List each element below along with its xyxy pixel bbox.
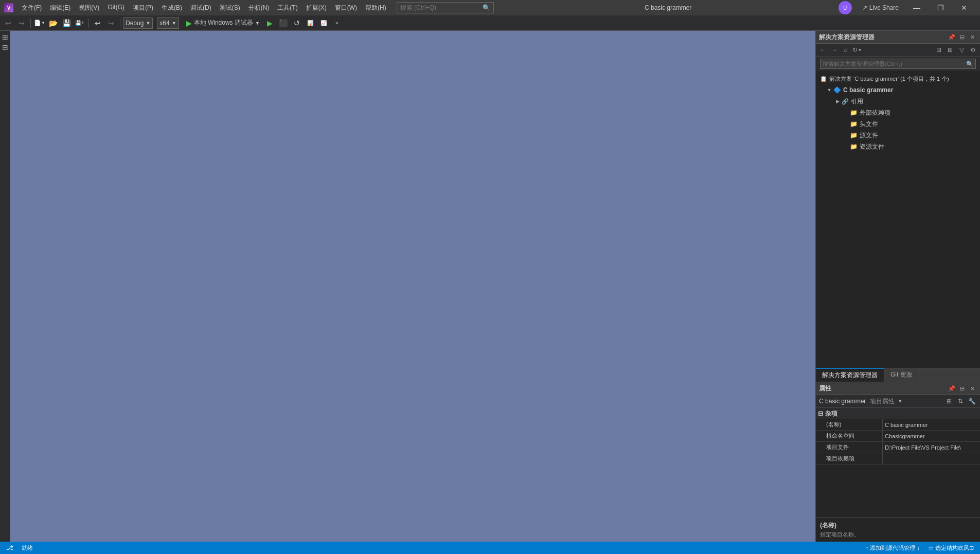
se-title: 解决方案资源管理器 bbox=[819, 33, 875, 42]
git-action-label: ↑ 添加到源代码管理 ↓ bbox=[866, 544, 920, 552]
close-button[interactable]: ✕ bbox=[952, 0, 976, 15]
prop-close-button[interactable]: ✕ bbox=[968, 384, 977, 393]
prop-val-project-file[interactable]: D:\Project File\VS Project File\ bbox=[883, 442, 980, 453]
se-search-input[interactable] bbox=[823, 61, 966, 67]
tb-restart-button[interactable]: ↺ bbox=[291, 17, 303, 29]
tb-diag-button[interactable]: 📈 bbox=[317, 17, 330, 29]
status-git-icon[interactable]: ⎇ bbox=[4, 542, 15, 554]
menu-git[interactable]: Git(G) bbox=[103, 2, 129, 14]
menu-view[interactable]: 视图(V) bbox=[75, 2, 103, 14]
tb-redo-button[interactable]: ↪ bbox=[15, 17, 28, 29]
tb-save-all-button[interactable]: 💾+ bbox=[74, 17, 86, 29]
se-forward-button[interactable]: → bbox=[829, 45, 840, 55]
menu-analyze[interactable]: 分析(N) bbox=[244, 2, 274, 14]
tree-project[interactable]: ▼ 🔷 C basic grammer bbox=[816, 84, 980, 96]
tree-headers[interactable]: ▶ 📁 头文件 bbox=[816, 118, 980, 130]
tree-resources[interactable]: ▶ 📁 资源文件 bbox=[816, 141, 980, 152]
se-filter-button[interactable]: ▽ bbox=[956, 45, 967, 55]
tb-redo2-button[interactable]: ↪ bbox=[105, 17, 117, 29]
tb-sep-3 bbox=[120, 19, 120, 28]
debug-config-dropdown[interactable]: Debug ▼ bbox=[123, 17, 153, 29]
run-arrow: ▼ bbox=[255, 21, 260, 26]
tree-source[interactable]: ▶ 📁 源文件 bbox=[816, 130, 980, 141]
tb-new-button[interactable]: 📄▼ bbox=[33, 17, 46, 29]
se-show-all-button[interactable]: ⊞ bbox=[945, 45, 955, 55]
prop-toolbar: C basic grammer 项目属性 ▼ ⊞ ⇅ 🔧 bbox=[816, 395, 980, 408]
tree-references[interactable]: ▶ 🔗 引用 bbox=[816, 96, 980, 107]
prop-settings-button[interactable]: 🔧 bbox=[967, 396, 977, 406]
tb-undo2-button[interactable]: ↩ bbox=[92, 17, 104, 29]
tb-attach-button[interactable]: ▶ bbox=[264, 17, 276, 29]
menu-test[interactable]: 测试(S) bbox=[216, 2, 244, 14]
prop-dropdown-arrow[interactable]: ▼ bbox=[898, 399, 902, 404]
menu-help[interactable]: 帮助(H) bbox=[361, 2, 390, 14]
maximize-button[interactable]: ❐ bbox=[929, 0, 952, 15]
se-toolbar: ← → ⌂ ↻▼ ⊟ ⊞ ▽ ⚙ bbox=[816, 44, 980, 57]
prop-sort-button[interactable]: ⇅ bbox=[955, 396, 966, 406]
se-collapse-button[interactable]: ⊟ bbox=[934, 45, 944, 55]
title-search-box[interactable]: 🔍 bbox=[397, 2, 494, 13]
prop-grid-button[interactable]: ⊞ bbox=[944, 396, 954, 406]
status-git-action[interactable]: ↑ 添加到源代码管理 ↓ bbox=[864, 542, 922, 554]
headers-label: 头文件 bbox=[860, 120, 878, 129]
se-tab-git[interactable]: Git 更改 bbox=[884, 368, 919, 382]
prop-val-deps[interactable] bbox=[883, 453, 980, 464]
user-avatar[interactable]: U bbox=[839, 1, 852, 14]
prop-pin-button[interactable]: 📌 bbox=[947, 384, 956, 393]
notification-label: ☆ 选定结构吹风⊡ bbox=[928, 544, 974, 552]
tree-solution-root[interactable]: 📋 解决方案 'C basic grammer' (1 个项目，共 1 个) bbox=[816, 73, 980, 84]
se-expand-button[interactable]: ⊟ bbox=[957, 32, 967, 42]
activity-search[interactable]: ⊟ bbox=[1, 43, 9, 51]
prop-val-namespace[interactable]: Cbasicgrammer bbox=[883, 431, 980, 441]
prop-val-name[interactable]: C basic grammer bbox=[883, 419, 980, 430]
run-button[interactable]: ▶ 本地 Windows 调试器 ▼ bbox=[183, 17, 263, 28]
title-bar: V 文件(F) 编辑(E) 视图(V) Git(G) 项目(P) 生成(B) 调… bbox=[0, 0, 980, 15]
tb-stop-button[interactable]: ⬛ bbox=[277, 17, 290, 29]
status-left: ⎇ 就绪 bbox=[4, 542, 35, 554]
menu-debug[interactable]: 调试(D) bbox=[186, 2, 216, 14]
menu-tools[interactable]: 工具(T) bbox=[273, 2, 301, 14]
project-icon: 🔷 bbox=[833, 86, 841, 94]
status-bar: ⎇ 就绪 ↑ 添加到源代码管理 ↓ ☆ 选定结构吹风⊡ bbox=[0, 542, 980, 554]
menu-window[interactable]: 窗口(W) bbox=[331, 2, 361, 14]
minimize-button[interactable]: — bbox=[905, 0, 929, 15]
tb-open-button[interactable]: 📂 bbox=[47, 17, 59, 29]
prop-expand-button[interactable]: ⊟ bbox=[957, 384, 967, 393]
menu-build[interactable]: 生成(B) bbox=[157, 2, 186, 14]
se-refresh-button[interactable]: ↻▼ bbox=[852, 45, 862, 55]
se-home-button[interactable]: ⌂ bbox=[841, 45, 851, 55]
platform-dropdown[interactable]: x64 ▼ bbox=[157, 17, 179, 29]
se-close-button[interactable]: ✕ bbox=[968, 32, 977, 42]
tb-save-button[interactable]: 💾 bbox=[60, 17, 73, 29]
se-title-bar: 解决方案资源管理器 📌 ⊟ ✕ bbox=[816, 31, 980, 44]
headers-icon: 📁 bbox=[850, 120, 858, 128]
prop-grid: ⊟ 杂项 (名称) C basic grammer 根命名空间 Cbasicgr… bbox=[816, 408, 980, 517]
references-arrow: ▶ bbox=[834, 99, 841, 104]
se-tabs: 解决方案资源管理器 Git 更改 bbox=[816, 368, 980, 382]
prop-title: 属性 bbox=[819, 384, 831, 393]
activity-bar: ⊞ ⊟ bbox=[0, 31, 10, 542]
activity-file-explorer[interactable]: ⊞ bbox=[1, 33, 9, 41]
prop-section-misc[interactable]: ⊟ 杂项 bbox=[816, 408, 980, 419]
editor-area bbox=[10, 31, 815, 542]
se-pin-button[interactable]: 📌 bbox=[947, 32, 956, 42]
tb-more-button[interactable]: » bbox=[331, 17, 343, 29]
tree-ext-deps[interactable]: ▶ 📁 外部依赖项 bbox=[816, 107, 980, 118]
solution-label: 解决方案 'C basic grammer' (1 个项目，共 1 个) bbox=[829, 75, 949, 83]
title-search-input[interactable] bbox=[400, 4, 483, 11]
tb-perf-button[interactable]: 📊 bbox=[304, 17, 316, 29]
menu-edit[interactable]: 编辑(E) bbox=[46, 2, 75, 14]
se-tab-explorer[interactable]: 解决方案资源管理器 bbox=[816, 368, 884, 382]
se-search-box[interactable]: 🔍 bbox=[820, 59, 976, 69]
menu-file[interactable]: 文件(F) bbox=[17, 2, 46, 14]
menu-project[interactable]: 项目(P) bbox=[129, 2, 157, 14]
status-ready[interactable]: 就绪 bbox=[20, 542, 35, 554]
status-notification[interactable]: ☆ 选定结构吹风⊡ bbox=[926, 542, 976, 554]
run-label: 本地 Windows 调试器 bbox=[194, 19, 253, 27]
tb-undo-button[interactable]: ↩ bbox=[2, 17, 14, 29]
live-share-button[interactable]: ↗ Live Share bbox=[858, 3, 903, 12]
menu-extensions[interactable]: 扩展(X) bbox=[302, 2, 331, 14]
se-back-button[interactable]: ← bbox=[818, 45, 828, 55]
se-settings-button[interactable]: ⚙ bbox=[968, 45, 978, 55]
prop-target-type: 项目属性 bbox=[870, 397, 895, 406]
